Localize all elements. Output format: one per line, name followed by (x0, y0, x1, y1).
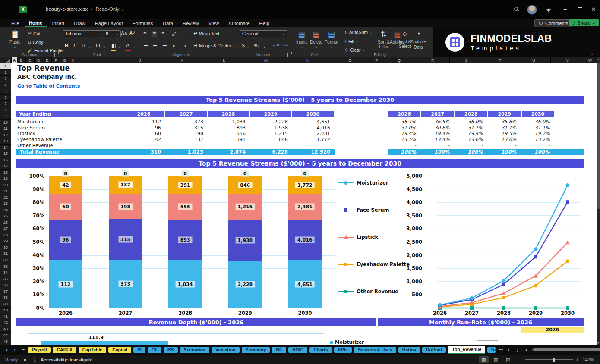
grow-font-button[interactable]: A˄ (121, 31, 127, 37)
table-cell-value[interactable]: 893 (208, 125, 246, 131)
vertical-scroll-thumb[interactable] (597, 63, 600, 209)
table-cell-value[interactable]: 2,481 (292, 131, 330, 137)
column-header-D[interactable]: D (35, 57, 43, 63)
row-header-15[interactable]: 15 (0, 151, 11, 157)
menu-tab-data[interactable]: Data (158, 20, 177, 27)
menu-tab-home[interactable]: Home (25, 19, 47, 27)
tabs-menu-icon[interactable]: ⋮ (515, 347, 520, 353)
tabs-back-icon[interactable]: ‹ (6, 347, 8, 353)
column-header-R[interactable]: R (416, 57, 450, 63)
row-header-9[interactable]: 9 (0, 113, 11, 120)
column-header-B[interactable]: B (17, 57, 26, 63)
table-row-name[interactable]: Eyeshadow Palette (17, 137, 122, 143)
total-cell-value[interactable]: 12,920 (292, 149, 330, 155)
table-cell-value[interactable]: 42 (123, 137, 161, 143)
vertical-scrollbar[interactable]: ▲ ▼ (597, 57, 600, 345)
column-header-T[interactable]: T (483, 57, 517, 63)
merge-center-button[interactable]: ⊟Merge & Center⌄ (193, 43, 236, 48)
row-header-1[interactable]: 1 (0, 63, 11, 70)
column-header-U[interactable]: U (517, 57, 551, 63)
row-header-2[interactable]: 2 (0, 70, 11, 76)
table-row-name[interactable]: Moisturizer (17, 119, 122, 125)
column-header-N[interactable]: N (287, 57, 329, 63)
row-header-29[interactable]: 29 (0, 238, 11, 245)
column-header-O[interactable]: O (329, 57, 371, 63)
menu-tab-file[interactable]: File (7, 20, 24, 27)
align-right-button[interactable]: ☰ (162, 43, 167, 49)
comments-button[interactable]: 🗩 Comments (534, 19, 572, 27)
sheet-tab-dupont[interactable]: DuPont (422, 347, 446, 353)
table-cell-value[interactable]: 556 (208, 131, 246, 137)
table-cell-value[interactable]: 112 (123, 119, 161, 125)
number-format-select[interactable]: General⌄ (240, 30, 287, 37)
tabs-forward-icon[interactable]: › (14, 347, 16, 353)
pct-header-year-2029[interactable]: 2029 (488, 111, 521, 117)
menu-tab-insert[interactable]: Insert (47, 20, 69, 27)
table-cell-value[interactable]: 1,034 (208, 119, 246, 125)
table-header-year-ending[interactable]: Year Ending (16, 111, 123, 117)
scroll-down-icon[interactable]: ▼ (597, 342, 600, 345)
sheet-tab-charts[interactable]: Charts (309, 347, 332, 353)
row-header-38[interactable]: 38 (0, 295, 11, 301)
row-header-11[interactable]: 11 (0, 126, 11, 132)
row-header-21[interactable]: 21 (0, 188, 11, 195)
sheet-tab-bs[interactable]: BS (164, 347, 178, 353)
legend-item-lipstick[interactable]: Lipstick (338, 234, 378, 240)
column-header-C[interactable]: C (26, 57, 35, 63)
add-sheet-icon[interactable]: + (507, 347, 511, 353)
pct-cell-value[interactable]: 35.8% (488, 119, 516, 125)
pct-total-value[interactable]: 100% (455, 149, 483, 155)
row-header-8[interactable]: 8 (0, 107, 11, 114)
align-top-button[interactable]: ≡ (143, 31, 146, 37)
italic-button[interactable]: I (73, 43, 75, 49)
sheet-canvas[interactable]: Top Revenue ABC Company Inc. Go to Table… (11, 63, 597, 345)
table-cell-value[interactable]: 1,215 (250, 131, 288, 137)
menu-tab-draw[interactable]: Draw (69, 20, 90, 27)
decrease-indent-button[interactable]: ⇤ (173, 43, 177, 49)
pct-cell-value[interactable]: 13.6% (488, 137, 516, 143)
row-header-4[interactable]: 4 (0, 82, 11, 89)
total-cell-value[interactable]: 2,874 (208, 149, 246, 155)
scroll-up-icon[interactable]: ▲ (597, 58, 600, 61)
row-header-44[interactable]: 44 (0, 333, 11, 339)
select-all-corner[interactable] (0, 57, 12, 63)
fill-color-caret-icon[interactable]: ⌄ (118, 45, 121, 49)
clear-button[interactable]: ◇Clear⌄ (344, 47, 365, 53)
font-size-select[interactable]: 8⌄ (104, 30, 121, 37)
row-header-14[interactable]: 14 (0, 145, 11, 151)
row-header-30[interactable]: 30 (0, 245, 11, 251)
row-header-13[interactable]: 13 (0, 138, 11, 145)
row-header-23[interactable]: 23 (0, 201, 11, 207)
font-color-button[interactable]: A (126, 43, 129, 49)
table-cell-value[interactable]: 96 (123, 125, 161, 131)
legend-item-eyeshadow-palette[interactable]: Eyeshadow Palette (338, 261, 410, 267)
align-left-button[interactable]: ☰ (143, 43, 148, 49)
row-header-19[interactable]: 19 (0, 176, 11, 182)
search-icon[interactable] (511, 5, 522, 14)
pct-cell-value[interactable]: 19.5% (488, 131, 516, 137)
pct-cell-value[interactable]: 19.2% (522, 131, 550, 137)
sheet-tab-sources-uses[interactable]: Sources & Uses (354, 347, 396, 353)
table-cell-value[interactable]: 4,016 (292, 125, 330, 131)
macro-record-icon[interactable]: ⏺ (24, 357, 26, 363)
sheet-tab-summary[interactable]: Summary (242, 347, 270, 353)
table-header-year-2026[interactable]: 2026 (123, 111, 164, 117)
underline-caret-icon[interactable]: ⌄ (88, 45, 91, 49)
legend-item-other-revenue[interactable]: Other Revenue (338, 289, 398, 295)
menu-tab-help[interactable]: Help (255, 20, 274, 27)
table-cell-value[interactable]: - (250, 143, 288, 149)
table-cell-value[interactable]: 2,228 (250, 119, 288, 125)
bold-button[interactable]: B (65, 43, 69, 49)
pct-cell-value[interactable]: 31.1% (488, 125, 516, 131)
pct-header-year-2027[interactable]: 2027 (421, 111, 454, 117)
restore-button[interactable] (574, 5, 585, 14)
row-header-43[interactable]: 43 (0, 326, 11, 333)
font-name-select[interactable]: Tahoma⌄ (63, 30, 105, 37)
borders-button[interactable]: ⊞ (96, 43, 100, 49)
sheet-tab-ratios[interactable]: Ratios (398, 347, 420, 353)
sheet-tab-captable[interactable]: CapTable (79, 347, 106, 353)
menu-tab-automate[interactable]: Automate (224, 20, 254, 27)
row-header-22[interactable]: 22 (0, 195, 11, 201)
row-header-27[interactable]: 27 (0, 226, 11, 232)
sheet-tab-cf[interactable]: CF (148, 347, 161, 353)
